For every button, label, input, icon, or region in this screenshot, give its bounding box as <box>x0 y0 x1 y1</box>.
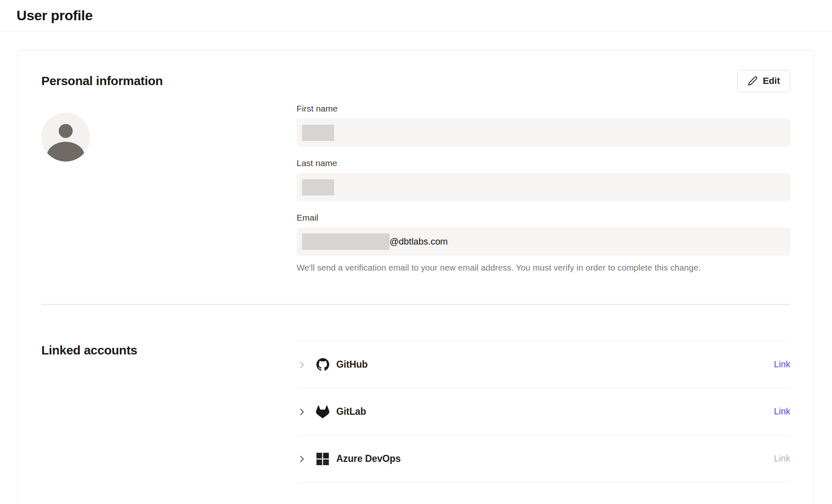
redacted-first-name <box>302 125 334 141</box>
first-name-label: First name <box>297 104 790 114</box>
github-icon <box>316 358 330 371</box>
first-name-field <box>297 119 790 147</box>
edit-button[interactable]: Edit <box>737 70 790 92</box>
redacted-last-name <box>302 179 334 195</box>
linked-accounts-section: Linked accounts GitHub Link <box>41 341 790 483</box>
account-row-gitlab[interactable]: GitLab Link <box>297 388 790 435</box>
personal-info-form: First name Last name Email @dbtlabs.com … <box>297 104 790 273</box>
personal-info-heading: Personal information <box>41 74 163 88</box>
section-divider <box>41 304 790 305</box>
chevron-right-icon[interactable] <box>297 359 307 370</box>
page-title: User profile <box>17 7 93 24</box>
account-name: Azure DevOps <box>336 453 401 464</box>
email-domain-text: @dbtlabs.com <box>390 236 448 247</box>
user-profile-card: Personal information Edit First name <box>17 50 814 504</box>
edit-button-label: Edit <box>763 76 780 86</box>
gitlab-icon <box>316 405 330 418</box>
personal-info-header: Personal information Edit <box>41 70 790 92</box>
redacted-email-local-part <box>302 233 390 250</box>
pencil-icon <box>748 76 758 86</box>
email-group: Email @dbtlabs.com We'll send a verifica… <box>297 213 790 273</box>
github-link-action[interactable]: Link <box>774 359 790 370</box>
personal-info-section: First name Last name Email @dbtlabs.com … <box>41 104 790 273</box>
linked-accounts-heading: Linked accounts <box>41 343 297 357</box>
chevron-right-icon[interactable] <box>297 407 307 417</box>
gitlab-link-action[interactable]: Link <box>774 407 790 417</box>
account-name: GitLab <box>336 406 366 417</box>
first-name-group: First name <box>297 104 790 147</box>
avatar <box>41 113 90 162</box>
email-label: Email <box>297 213 790 223</box>
azure-devops-icon <box>316 453 330 465</box>
account-row-github[interactable]: GitHub Link <box>297 341 790 388</box>
avatar-column <box>41 104 297 273</box>
last-name-field <box>297 173 790 201</box>
account-row-azure-devops[interactable]: Azure DevOps Link <box>297 435 790 483</box>
azure-devops-link-action: Link <box>774 454 790 464</box>
top-bar: User profile <box>0 0 832 31</box>
account-name: GitHub <box>336 359 368 370</box>
email-field: @dbtlabs.com <box>297 228 790 256</box>
last-name-label: Last name <box>297 158 790 168</box>
last-name-group: Last name <box>297 158 790 201</box>
chevron-right-icon[interactable] <box>297 454 307 464</box>
email-help-text: We'll send a verification email to your … <box>297 263 790 273</box>
linked-accounts-heading-column: Linked accounts <box>41 341 297 483</box>
linked-accounts-list: GitHub Link GitLab Link <box>297 341 790 483</box>
